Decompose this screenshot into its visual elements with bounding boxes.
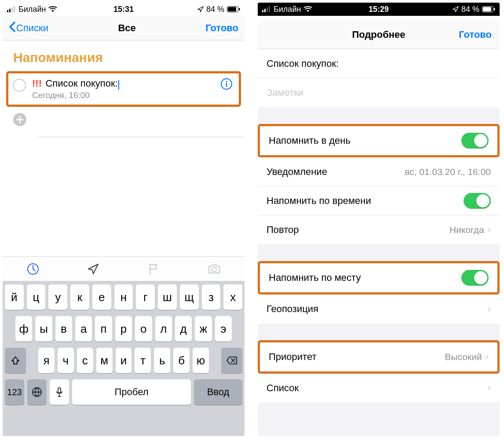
svg-rect-15 [262,10,263,12]
mic-key[interactable] [50,379,69,405]
keyboard-row-2: фывапролджэ [5,316,242,342]
list-cell[interactable]: Список › [258,374,500,403]
numbers-key[interactable]: 123 [5,379,24,405]
geolocation-cell[interactable]: Геопозиция › [258,295,500,324]
notification-cell[interactable]: Уведомление вс, 01.03.20 г., 16:00 [258,157,500,186]
space-key[interactable]: Пробел [72,379,191,405]
notes-input[interactable] [267,87,491,98]
globe-key[interactable] [27,379,47,405]
nav-title: Все [118,22,135,34]
title-field-cell[interactable] [258,49,500,78]
letter-key[interactable]: х [223,284,242,310]
complete-toggle[interactable] [13,79,26,92]
reminder-row[interactable]: !!! Список покупок: Сегодня, 16:00 [8,73,239,105]
remind-day-label: Напомнить в день [269,135,351,146]
letter-key[interactable]: е [92,284,111,310]
wifi-icon [303,6,312,12]
title-input[interactable] [267,58,491,69]
nav-bar: Списки Все Готово [3,16,245,40]
letter-key[interactable]: э [215,316,232,342]
letter-key[interactable]: у [48,284,67,310]
carrier-label: Билайн [18,5,46,14]
add-icon[interactable] [13,113,26,126]
signal-icon [262,6,271,12]
carrier-label: Билайн [274,5,301,14]
back-button[interactable]: Списки [9,22,48,35]
backspace-key[interactable] [221,348,242,373]
letter-key[interactable]: з [202,284,221,310]
location-services-icon [197,6,204,12]
letter-key[interactable]: и [116,348,132,373]
letter-key[interactable]: ю [193,348,209,373]
highlighted-reminder-row: !!! Список покупок: Сегодня, 16:00 [6,71,241,107]
letter-key[interactable]: о [135,316,152,342]
letter-key[interactable]: ш [158,284,177,310]
letter-key[interactable]: с [77,348,93,373]
svg-rect-16 [264,9,266,12]
notes-field-cell[interactable] [258,78,500,107]
letter-key[interactable]: л [155,316,172,342]
keyboard-row-1: йцукенгшщзх [5,284,242,310]
location-services-icon [453,6,459,12]
letter-key[interactable]: в [55,316,72,342]
svg-rect-0 [7,10,8,12]
reminder-title[interactable]: Список покупок: [45,78,117,89]
flag-icon[interactable] [147,262,161,276]
remind-location-cell[interactable]: Напомнить по месту [260,263,497,292]
add-reminder-row[interactable] [3,107,245,132]
nav-bar: Подробнее Готово [258,20,500,49]
letter-key[interactable]: м [96,348,113,373]
status-bar: Билайн 15:29 84 % [258,3,500,16]
letter-key[interactable]: г [136,284,155,310]
letter-key[interactable]: ф [15,316,32,342]
svg-rect-3 [14,6,15,12]
remind-time-cell[interactable]: Напомнить по времени [258,186,500,215]
clock-icon[interactable] [26,262,40,276]
letter-key[interactable]: р [115,316,132,342]
svg-rect-1 [9,9,11,12]
letter-key[interactable]: д [175,316,192,342]
nav-title: Подробнее [352,29,405,40]
letter-key[interactable]: ь [154,348,170,373]
remind-time-toggle[interactable] [464,193,491,209]
done-button[interactable]: Готово [205,22,238,34]
right-phone: Билайн 15:29 84 % Подробнее Готово [258,3,500,436]
status-time: 15:29 [369,5,389,14]
letter-key[interactable]: ч [58,348,74,373]
enter-key[interactable]: Ввод [194,379,242,405]
svg-rect-18 [269,6,270,12]
letter-key[interactable]: т [135,348,151,373]
group-title-notes [258,49,500,107]
letter-key[interactable]: й [5,284,24,310]
letter-key[interactable]: щ [180,284,199,310]
battery-icon [482,6,495,12]
svg-rect-9 [226,83,227,87]
letter-key[interactable]: я [38,348,55,373]
letter-key[interactable]: б [173,348,190,373]
info-icon[interactable] [220,78,233,90]
letter-key[interactable]: ы [35,316,52,342]
remind-location-toggle[interactable] [461,270,489,286]
remind-day-cell[interactable]: Напомнить в день [260,126,497,155]
svg-rect-14 [58,388,61,393]
repeat-cell[interactable]: Повтор Никогда› [258,215,500,244]
letter-key[interactable]: п [95,316,112,342]
repeat-label: Повтор [267,224,299,236]
chevron-left-icon [9,22,15,35]
done-button[interactable]: Готово [459,29,492,40]
camera-icon[interactable] [208,262,221,276]
location-arrow-icon[interactable] [87,262,100,276]
group-remind-day: Напомнить в день Уведомление вс, 01.03.2… [258,124,500,244]
letter-key[interactable]: к [70,284,89,310]
quick-action-bar [3,256,245,281]
letter-key[interactable]: ц [27,284,46,310]
letter-key[interactable]: а [75,316,92,342]
letter-key[interactable]: н [114,284,133,310]
letter-key[interactable]: ж [195,316,212,342]
shift-key[interactable] [5,348,26,373]
priority-cell[interactable]: Приоритет Высокий› [260,342,497,371]
remind-day-toggle[interactable] [461,133,489,149]
svg-point-12 [212,267,216,272]
detail-sheet: Подробнее Готово Напомнить в день [258,20,500,436]
left-phone: Билайн 15:31 84 % Списки Все Готово Напо… [3,3,245,436]
